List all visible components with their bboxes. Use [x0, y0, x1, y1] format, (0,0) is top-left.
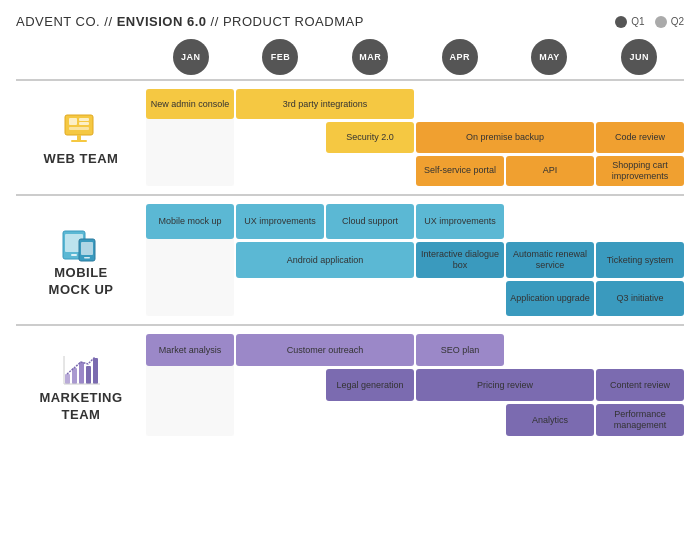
task-new-admin-console: New admin console — [146, 89, 234, 119]
mobile-team-name: MOBILEMOCK UP — [49, 265, 114, 299]
q2-dot — [655, 16, 667, 28]
page: ADVENT CO. // ENVISION 6.0 // PRODUCT RO… — [0, 0, 700, 540]
mobile-tasks-grid: Mobile mock up UX improvements Cloud sup… — [146, 202, 684, 318]
legend: Q1 Q2 — [615, 16, 684, 28]
task-customer-outreach: Customer outreach — [236, 334, 414, 366]
mobile-team-section: MOBILEMOCK UP Mobile mock up UX improvem… — [16, 194, 684, 324]
svg-rect-11 — [81, 242, 93, 255]
task-ux-improvements-2: UX improvements — [416, 204, 504, 239]
svg-rect-12 — [84, 257, 90, 259]
title-suffix: // PRODUCT ROADMAP — [206, 14, 363, 29]
month-bubble-apr: APR — [442, 39, 478, 75]
task-mobile-mockup: Mobile mock up — [146, 204, 234, 239]
svg-rect-15 — [79, 362, 84, 384]
month-bubble-jun: JUN — [621, 39, 657, 75]
web-icon — [59, 107, 103, 151]
svg-rect-5 — [77, 135, 81, 140]
month-bubble-may: MAY — [531, 39, 567, 75]
month-bubble-jan: JAN — [173, 39, 209, 75]
title-prefix: ADVENT CO. // — [16, 14, 117, 29]
task-api: API — [506, 156, 594, 186]
task-q3-initiative: Q3 initiative — [596, 281, 684, 316]
q1-dot — [615, 16, 627, 28]
month-feb: FEB — [236, 39, 326, 75]
marketing-team-label: MARKETINGTEAM — [16, 332, 146, 438]
month-jun: JUN — [594, 39, 684, 75]
marketing-icon — [59, 346, 103, 390]
task-ux-improvements-1: UX improvements — [236, 204, 324, 239]
task-on-premise-backup: On premise backup — [416, 122, 594, 152]
marketing-tasks-grid: Market analysis Customer outreach SEO pl… — [146, 332, 684, 438]
mobile-team-label: MOBILEMOCK UP — [16, 202, 146, 318]
task-app-upgrade: Application upgrade — [506, 281, 594, 316]
task-shopping-cart: Shopping cart improvements — [596, 156, 684, 186]
task-performance-management: Performance management — [596, 404, 684, 436]
legend-q1: Q1 — [615, 16, 644, 28]
month-mar: MAR — [325, 39, 415, 75]
marketing-team-name: MARKETINGTEAM — [39, 390, 122, 424]
task-analytics: Analytics — [506, 404, 594, 436]
svg-rect-0 — [65, 115, 93, 135]
task-interactive-dialogue: Interactive dialogue box — [416, 242, 504, 277]
mobile-icon — [59, 221, 103, 265]
task-pricing-review: Pricing review — [416, 369, 594, 401]
task-market-analysis: Market analysis — [146, 334, 234, 366]
svg-rect-17 — [93, 358, 98, 384]
legend-q2: Q2 — [655, 16, 684, 28]
task-legal-generation: Legal generation — [326, 369, 414, 401]
svg-rect-16 — [86, 366, 91, 384]
task-content-review: Content review — [596, 369, 684, 401]
title-bold: ENVISION 6.0 — [117, 14, 207, 29]
svg-rect-13 — [65, 374, 70, 384]
svg-rect-14 — [72, 368, 77, 384]
svg-rect-1 — [69, 118, 77, 125]
q2-label: Q2 — [671, 16, 684, 27]
svg-rect-2 — [79, 118, 89, 121]
web-tasks-grid: New admin console 3rd party integrations… — [146, 87, 684, 188]
task-self-service-portal: Self-service portal — [416, 156, 504, 186]
task-automatic-renewal: Automatic renewal service — [506, 242, 594, 277]
month-header-row: JAN FEB MAR APR MAY JUN — [16, 39, 684, 75]
task-ticketing-system: Ticketing system — [596, 242, 684, 277]
header: ADVENT CO. // ENVISION 6.0 // PRODUCT RO… — [16, 14, 684, 29]
svg-rect-4 — [69, 127, 89, 130]
task-3rd-party-integrations: 3rd party integrations — [236, 89, 414, 119]
marketing-team-section: MARKETINGTEAM Market analysis Customer o… — [16, 324, 684, 444]
task-android-application: Android application — [236, 242, 414, 277]
task-seo-plan: SEO plan — [416, 334, 504, 366]
svg-rect-6 — [71, 140, 87, 142]
page-title: ADVENT CO. // ENVISION 6.0 // PRODUCT RO… — [16, 14, 364, 29]
month-apr: APR — [415, 39, 505, 75]
svg-rect-9 — [71, 254, 77, 256]
svg-rect-3 — [79, 122, 89, 125]
task-security-2: Security 2.0 — [326, 122, 414, 152]
web-team-name: WEB TEAM — [44, 151, 119, 168]
web-team-label: WEB TEAM — [16, 87, 146, 188]
task-code-review: Code review — [596, 122, 684, 152]
month-bubble-feb: FEB — [262, 39, 298, 75]
month-may: MAY — [505, 39, 595, 75]
month-bubble-mar: MAR — [352, 39, 388, 75]
web-team-section: WEB TEAM New admin console 3rd party int… — [16, 79, 684, 194]
month-jan: JAN — [146, 39, 236, 75]
q1-label: Q1 — [631, 16, 644, 27]
task-cloud-support: Cloud support — [326, 204, 414, 239]
team-label-spacer — [16, 39, 146, 75]
